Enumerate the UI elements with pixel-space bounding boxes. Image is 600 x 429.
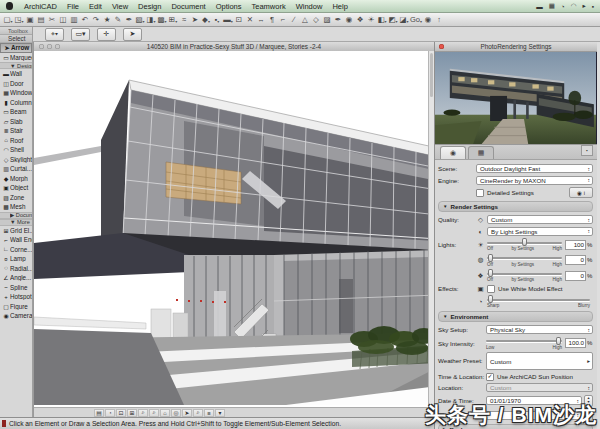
shapes-icon[interactable]: ◆▾ [201,14,212,25]
save-icon[interactable]: ▣ [25,14,36,25]
panel-menu-button[interactable]: ▪ [581,145,593,156]
find-icon[interactable]: ⌕ [193,409,203,417]
spotlight-icon[interactable]: ▪ [592,3,594,10]
sky-setup-select[interactable]: Physical Sky [486,325,593,334]
eye-icon[interactable]: ◉ [423,14,434,25]
sky-intensity-slider[interactable]: LowHigh [486,337,562,350]
new-file-icon[interactable]: ▢▾ [3,14,14,25]
light-quality-select[interactable]: By Light Settings [487,227,593,236]
3d-model-canvas[interactable] [34,51,428,407]
white-model-checkbox[interactable] [487,285,495,293]
menu-view[interactable]: View [107,2,133,11]
selection-style-button[interactable]: ▭▾ [71,28,90,41]
clock-icon[interactable]: ◔ [561,3,565,10]
tab-size[interactable]: ▦ [468,146,494,159]
quality-select[interactable]: Custom [487,215,593,224]
paste-icon[interactable]: ▥ [69,14,80,25]
slider-thumb[interactable] [522,238,527,246]
fit-in-window-icon[interactable]: ⊡ [116,409,126,417]
battery-icon[interactable]: ▬ [536,3,543,10]
line-tool-icon[interactable]: ∕ [289,14,300,25]
more-nav-icon[interactable]: ▾ [215,409,225,417]
light-value-field[interactable]: 100 [565,240,586,250]
select-mode-icon[interactable]: ➤ [182,409,192,417]
menu-design[interactable]: Design [133,2,166,11]
arrow-mode-button[interactable]: ➤ [123,28,142,41]
menu-archicad[interactable]: ArchiCAD [19,2,62,11]
corner-tool-icon[interactable]: ⌐ [278,14,289,25]
light-value-field[interactable]: 0 [565,271,586,281]
print-icon[interactable]: ▤ [36,14,47,25]
engine-select[interactable]: CineRender by MAXON [476,176,593,185]
blurriness-slider[interactable]: SharpBlurry [487,295,590,308]
favorites-icon[interactable]: ★ [102,14,113,25]
slider-thumb[interactable] [488,254,493,262]
go-dropdown[interactable]: Go▾ [410,14,423,25]
slider-thumb[interactable] [556,337,561,345]
grid-snap-icon[interactable]: ⊞▾ [168,14,179,25]
cinerender-info-button[interactable]: ◉ i [569,187,593,198]
slider-thumb[interactable] [488,269,493,277]
undo-icon[interactable]: ↶ [80,14,91,25]
quick-options-icon[interactable]: ▤ [94,409,104,417]
marker-red-icon[interactable]: ✒ [124,14,135,25]
layers-icon[interactable]: ▧▾ [135,14,146,25]
views-icon[interactable]: ◨▾ [146,14,157,25]
copy-icon[interactable]: ◫ [58,14,69,25]
menu-teamwork[interactable]: Teamwork [247,2,291,11]
light-slider[interactable]: Offby SettingsHigh [487,238,562,251]
light-value-field[interactable]: 0 [565,255,586,265]
globe-icon[interactable]: ◉ [344,14,355,25]
menu-document[interactable]: Document [166,2,210,11]
apple-menu-icon[interactable] [6,2,13,10]
zoom-in-icon[interactable]: ⊞ [127,409,137,417]
redo-icon[interactable]: ↷ [91,14,102,25]
look-to-icon[interactable]: ◎ [171,409,181,417]
brush-icon[interactable]: ❖ [355,14,366,25]
render-settings-header[interactable]: ▼ Render Settings [438,201,593,212]
menu-options[interactable]: Options [211,2,247,11]
display-icon[interactable]: ▦ [549,2,555,10]
sky-intensity-field[interactable]: 100.0 [565,338,586,348]
quick-select-button[interactable]: ✛ [97,28,116,41]
close-window-icon[interactable] [39,44,44,49]
polygon-tool-icon[interactable]: ◇ [311,14,322,25]
tab-settings[interactable]: ◉ [440,146,466,159]
fit-width-icon[interactable]: ↔ [256,14,267,25]
location-select[interactable]: Custom [486,383,593,392]
close-panel-icon[interactable] [439,44,444,49]
default-settings-button[interactable]: ⌖▾ [45,28,64,41]
wall-tool-icon[interactable]: ▬▾ [223,14,234,25]
scale-menu-icon[interactable]: ≡ [204,409,214,417]
select-arrow-icon[interactable]: ➤ [190,14,201,25]
stamp-icon[interactable]: ▨ [322,14,333,25]
close-window-icon[interactable]: ✕ [245,14,256,25]
cut-icon[interactable]: ✂ [47,14,58,25]
walk-mode-icon[interactable]: ↑ [434,14,445,25]
layout-view-icon[interactable]: ◪▾ [399,14,410,25]
view-3d-icon[interactable]: ◧▾ [377,14,388,25]
light-slider[interactable]: Offby SettingsHigh [487,269,562,282]
environment-header[interactable]: ▼ Environment [438,311,593,322]
menu-help[interactable]: Help [327,2,352,11]
text-tool-icon[interactable]: ¶ [267,14,278,25]
spline-icon[interactable]: ≈ [179,14,190,25]
wifi-icon[interactable]: ◠ [571,2,577,10]
play-status-icon[interactable]: ▸ [582,2,585,10]
light-slider[interactable]: Offby SettingsHigh [487,254,562,267]
new-window-icon[interactable]: ⊡ [234,14,245,25]
panel-title-bar[interactable]: PhotoRendering Settings [435,42,597,52]
weather-preset-button[interactable]: Custom [486,352,593,370]
render-view-icon[interactable]: ◩▾ [388,14,399,25]
sun-position-checkbox[interactable] [486,373,494,381]
triangle-tool-icon[interactable]: △ [300,14,311,25]
menu-window[interactable]: Window [291,2,328,11]
open-file-icon[interactable]: ◳▾ [14,14,25,25]
zoom-out-icon[interactable]: ⌕ [138,409,148,417]
home-view-icon[interactable]: ⌂ [160,409,170,417]
scene-select[interactable]: Outdoor Daylight Fast [476,164,593,173]
zoom-window-icon[interactable] [55,44,60,49]
detailed-settings-checkbox[interactable] [476,189,484,197]
orbit-icon[interactable]: ◔ [105,409,115,417]
magnify-icon[interactable]: ⌕ [149,409,159,417]
